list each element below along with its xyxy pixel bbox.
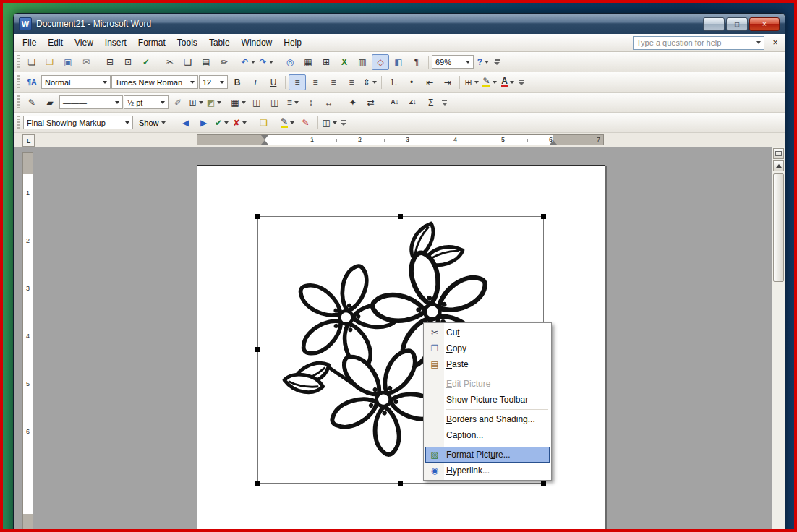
distribute-rows-button[interactable]: ↕	[302, 95, 320, 111]
split-box-button[interactable]	[773, 148, 784, 159]
cut-menu-item[interactable]: ✂ Cut	[425, 325, 550, 340]
new-document-button[interactable]: ❏	[23, 54, 41, 70]
toolbar-grip[interactable]	[17, 55, 20, 69]
email-button[interactable]: ✉	[77, 54, 95, 70]
menu-edit[interactable]: Edit	[42, 35, 69, 50]
vertical-ruler[interactable]: 123456	[22, 152, 33, 532]
border-color-button[interactable]: ✐	[169, 95, 187, 111]
table-autoformat-button[interactable]: ✦	[344, 95, 362, 111]
underline-button[interactable]: U	[265, 74, 282, 90]
redo-button[interactable]: ↷	[257, 54, 275, 70]
tables-and-borders-button[interactable]: ▦	[299, 54, 317, 70]
distribute-columns-button[interactable]: ↔	[320, 95, 338, 111]
selection-handle-n[interactable]	[398, 214, 403, 219]
chevron-down-icon[interactable]	[125, 121, 129, 124]
align-right-button[interactable]: ≡	[325, 74, 342, 90]
menu-help[interactable]: Help	[278, 35, 307, 50]
show-menu-button[interactable]: Show	[134, 115, 171, 131]
accept-change-button[interactable]: ✔	[213, 115, 231, 131]
split-cells-button[interactable]: ◫	[266, 95, 284, 111]
insert-table-menu-button[interactable]: ▦	[229, 95, 247, 111]
print-button[interactable]: ⊟	[101, 54, 119, 70]
increase-indent-button[interactable]: ⇥	[439, 74, 456, 90]
style-combo[interactable]: Normal	[41, 75, 111, 89]
chevron-down-icon[interactable]	[190, 81, 195, 84]
display-for-review-combo[interactable]: Final Showing Markup	[23, 116, 133, 129]
font-color-button[interactable]: A	[499, 74, 516, 90]
print-preview-button[interactable]: ⊡	[119, 54, 137, 70]
show-picture-toolbar-menu-item[interactable]: Show Picture Toolbar	[425, 392, 550, 408]
font-combo[interactable]: Times New Roman	[111, 75, 198, 89]
reject-change-button[interactable]: ✘	[231, 115, 249, 131]
insert-table-button[interactable]: ⊞	[317, 54, 335, 70]
styles-and-formatting-button[interactable]: ¶A	[23, 74, 41, 90]
horizontal-ruler[interactable]: 1234567	[197, 134, 604, 145]
toolbar-grip[interactable]	[17, 95, 20, 110]
scroll-up-button[interactable]	[773, 160, 784, 171]
menu-tools[interactable]: Tools	[171, 35, 203, 50]
menu-file[interactable]: File	[17, 35, 42, 50]
chevron-down-icon[interactable]	[161, 101, 165, 104]
toolbar-options-button[interactable]	[493, 55, 501, 69]
toolbar-options-button[interactable]	[339, 116, 348, 130]
change-text-direction-button[interactable]: ⇄	[362, 95, 380, 111]
line-weight-combo[interactable]: ½ pt	[124, 95, 169, 109]
chevron-down-icon[interactable]	[115, 101, 119, 104]
bold-button[interactable]: B	[229, 74, 246, 90]
menu-window[interactable]: Window	[236, 35, 278, 50]
first-line-indent-marker[interactable]	[261, 135, 268, 140]
save-button[interactable]: ▣	[59, 54, 77, 70]
justify-button[interactable]: ≡	[343, 74, 360, 90]
bullets-button[interactable]: •	[403, 74, 420, 90]
insert-excel-worksheet-button[interactable]: X	[336, 54, 353, 70]
scrollbar-thumb[interactable]	[773, 173, 784, 282]
minimize-button[interactable]: –	[703, 17, 725, 31]
close-button[interactable]: ×	[749, 17, 780, 31]
highlight-review-button[interactable]: ✎	[279, 115, 297, 131]
merge-cells-button[interactable]: ◫	[248, 95, 265, 111]
copy-menu-item[interactable]: ❐ Copy	[425, 340, 550, 356]
right-indent-marker[interactable]	[550, 140, 557, 145]
decrease-indent-button[interactable]: ⇤	[421, 74, 438, 90]
copy-button[interactable]: ❑	[179, 54, 197, 70]
tab-stop-selector[interactable]: L	[22, 134, 35, 147]
hanging-indent-marker[interactable]	[261, 140, 268, 145]
outside-border-button[interactable]: ⊞	[463, 74, 480, 90]
toolbar-options-button[interactable]	[440, 95, 449, 110]
next-change-button[interactable]: ▶	[195, 115, 213, 131]
draw-table-button[interactable]: ✎	[23, 95, 41, 111]
selection-handle-se[interactable]	[541, 481, 546, 486]
track-changes-button[interactable]: ✎	[297, 115, 315, 131]
sort-descending-button[interactable]: Z↓	[404, 95, 422, 111]
border-button[interactable]: ⊞	[187, 95, 205, 111]
align-center-button[interactable]: ≡	[307, 74, 324, 90]
chevron-down-icon[interactable]	[103, 81, 107, 84]
toolbar-grip[interactable]	[17, 75, 20, 90]
selection-handle-sw[interactable]	[255, 481, 260, 486]
highlight-button[interactable]: ✎	[481, 74, 498, 90]
shading-color-button[interactable]: ◩	[205, 95, 223, 111]
numbering-button[interactable]: 1.	[385, 74, 402, 90]
selection-handle-ne[interactable]	[541, 214, 546, 219]
autosum-button[interactable]: Σ	[422, 95, 440, 111]
insert-comment-button[interactable]: ❑	[255, 115, 273, 131]
menu-view[interactable]: View	[69, 35, 99, 50]
spelling-and-grammar-button[interactable]: ✓	[137, 54, 155, 70]
eraser-button[interactable]: ▰	[41, 95, 59, 111]
menu-table[interactable]: Table	[203, 35, 236, 50]
vertical-scrollbar[interactable]	[772, 147, 785, 532]
insert-hyperlink-button[interactable]: ◎	[281, 54, 299, 70]
cell-alignment-button[interactable]: ≡	[284, 95, 302, 111]
question-box[interactable]: Type a question for help	[633, 36, 764, 50]
align-left-button[interactable]: ≡	[289, 74, 306, 90]
previous-change-button[interactable]: ◀	[177, 115, 195, 131]
chevron-down-icon[interactable]	[466, 61, 470, 64]
show-hide-formatting-button[interactable]: ¶	[408, 54, 425, 70]
open-button[interactable]: ❒	[41, 54, 59, 70]
maximize-button[interactable]: □	[726, 17, 748, 31]
paste-menu-item[interactable]: ▤ Paste	[425, 356, 550, 372]
document-map-button[interactable]: ◧	[390, 54, 407, 70]
hyperlink-menu-item[interactable]: ◉ Hyperlink...	[425, 463, 550, 479]
caption-menu-item[interactable]: Caption...	[425, 427, 550, 443]
close-document-button[interactable]: ×	[769, 36, 782, 49]
